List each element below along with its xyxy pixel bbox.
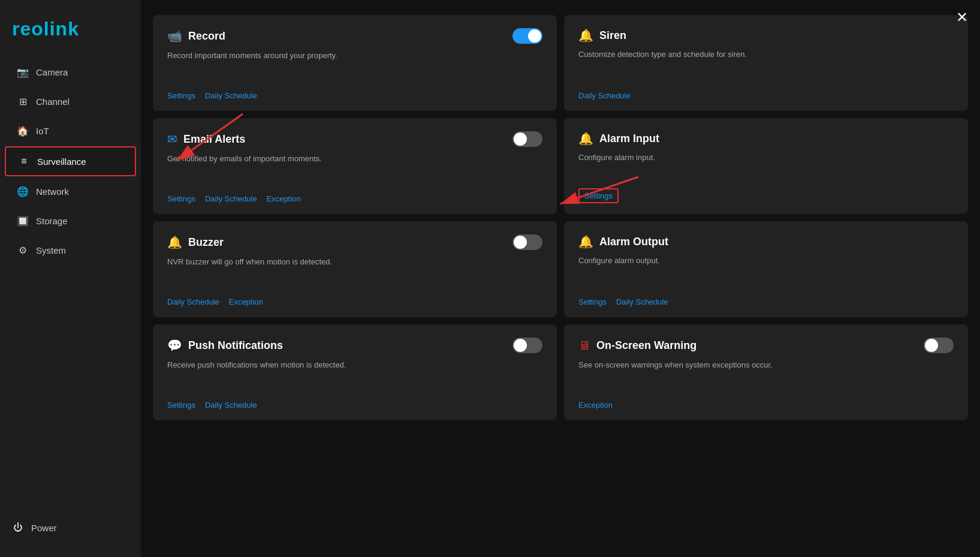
- push-daily-schedule-link[interactable]: Daily Schedule: [205, 401, 257, 410]
- cards-grid: 📹 Record Record important moments around…: [153, 15, 968, 420]
- buzzer-daily-schedule-link[interactable]: Daily Schedule: [167, 297, 219, 306]
- sidebar-item-label: System: [36, 245, 66, 255]
- card-desc: Get notified by emails of important mome…: [167, 153, 542, 185]
- card-email-alerts: ✉ Email Alerts Get notified by emails of…: [153, 118, 557, 214]
- buzzer-exception-link[interactable]: Exception: [229, 297, 263, 306]
- main-content: ✕ 📹 Record Record important moments arou…: [141, 0, 980, 557]
- buzzer-toggle[interactable]: [512, 234, 542, 250]
- buzzer-icon: 🔔: [167, 235, 182, 249]
- card-record: 📹 Record Record important moments around…: [153, 15, 557, 111]
- email-exception-link[interactable]: Exception: [267, 194, 301, 203]
- surveillance-icon: ≡: [18, 156, 30, 167]
- logo: reolink: [0, 12, 141, 58]
- card-title-row: 🔔 Alarm Input: [578, 131, 659, 146]
- email-settings-link[interactable]: Settings: [167, 194, 195, 203]
- on-screen-exception-link[interactable]: Exception: [578, 401, 613, 410]
- card-title-row: 🔔 Alarm Output: [578, 234, 668, 249]
- sidebar-item-label: Storage: [36, 216, 68, 226]
- sidebar-item-label: IoT: [36, 126, 49, 136]
- card-desc: Record important moments around your pro…: [167, 50, 542, 82]
- card-buzzer: 🔔 Buzzer NVR buzzer will go off when mot…: [153, 221, 557, 317]
- sidebar-item-label: Surveillance: [37, 156, 86, 167]
- system-icon: ⚙: [17, 245, 29, 256]
- card-title: Siren: [599, 29, 626, 42]
- record-settings-link[interactable]: Settings: [167, 91, 195, 100]
- sidebar-item-camera[interactable]: 📷 Camera: [5, 58, 136, 86]
- card-links: Settings Daily Schedule: [167, 91, 542, 100]
- alarm-input-settings-link[interactable]: Settings: [578, 188, 619, 203]
- email-icon: ✉: [167, 132, 177, 146]
- card-title-row: 🖥 On-Screen Warning: [578, 339, 696, 353]
- card-desc: Customize detection type and schedule fo…: [578, 49, 954, 82]
- card-header: 🖥 On-Screen Warning: [578, 338, 954, 353]
- card-desc: NVR buzzer will go off when motion is de…: [167, 256, 542, 288]
- card-title-row: 🔔 Siren: [578, 28, 626, 43]
- card-title-row: 💬 Push Notifications: [167, 338, 283, 353]
- sidebar-item-channel[interactable]: ⊞ Channel: [5, 88, 136, 116]
- sidebar-item-network[interactable]: 🌐 Network: [5, 177, 136, 206]
- sidebar-item-label: Camera: [36, 67, 68, 77]
- camera-icon: 📷: [17, 67, 29, 78]
- card-push-notifications: 💬 Push Notifications Receive push notifi…: [153, 324, 557, 420]
- card-header: 💬 Push Notifications: [167, 338, 542, 353]
- push-notifications-toggle[interactable]: [512, 338, 542, 353]
- card-header: 📹 Record: [167, 28, 542, 44]
- network-icon: 🌐: [17, 186, 29, 197]
- card-alarm-input: 🔔 Alarm Input Configure alarm input. Set…: [564, 118, 968, 214]
- alarm-output-settings-link[interactable]: Settings: [578, 297, 607, 306]
- app-logo: reolink: [12, 18, 129, 40]
- card-alarm-output: 🔔 Alarm Output Configure alarm output. S…: [564, 221, 968, 317]
- siren-icon: 🔔: [578, 28, 593, 43]
- alarm-input-icon: 🔔: [578, 131, 593, 146]
- push-settings-link[interactable]: Settings: [167, 401, 195, 410]
- record-icon: 📹: [167, 29, 182, 43]
- card-desc: See on-screen warnings when system excep…: [578, 359, 954, 391]
- card-header: 🔔 Alarm Input: [578, 131, 954, 146]
- card-links: Settings Daily Schedule: [578, 297, 954, 306]
- sidebar: reolink 📷 Camera ⊞ Channel 🏠 IoT ≡ Surve…: [0, 0, 141, 557]
- sidebar-item-iot[interactable]: 🏠 IoT: [5, 117, 136, 145]
- nav-items: 📷 Camera ⊞ Channel 🏠 IoT ≡ Surveillance …: [0, 58, 141, 510]
- card-desc: Configure alarm output.: [578, 255, 954, 288]
- record-toggle[interactable]: [512, 28, 542, 44]
- sidebar-item-label: Channel: [36, 97, 70, 107]
- power-label: Power: [31, 523, 57, 533]
- alarm-output-daily-schedule-link[interactable]: Daily Schedule: [616, 297, 668, 306]
- card-title: Record: [188, 30, 225, 43]
- card-title: Alarm Output: [599, 236, 668, 248]
- card-header: 🔔 Buzzer: [167, 234, 542, 250]
- card-siren: 🔔 Siren Customize detection type and sch…: [564, 15, 968, 111]
- sidebar-item-surveillance[interactable]: ≡ Surveillance: [5, 146, 136, 176]
- card-header: 🔔 Alarm Output: [578, 234, 954, 249]
- card-title: Buzzer: [188, 236, 224, 249]
- card-links: Exception: [578, 401, 954, 410]
- email-daily-schedule-link[interactable]: Daily Schedule: [205, 194, 257, 203]
- storage-icon: 🔲: [17, 215, 29, 227]
- email-alerts-toggle[interactable]: [512, 131, 542, 147]
- card-links: Settings: [578, 188, 954, 203]
- card-title: Push Notifications: [188, 339, 283, 352]
- power-icon: ⏻: [12, 522, 24, 533]
- card-header: 🔔 Siren: [578, 28, 954, 43]
- push-icon: 💬: [167, 338, 182, 353]
- card-title-row: ✉ Email Alerts: [167, 132, 245, 146]
- sidebar-item-label: Network: [36, 186, 69, 197]
- record-daily-schedule-link[interactable]: Daily Schedule: [205, 91, 257, 100]
- card-title-row: 📹 Record: [167, 29, 225, 43]
- channel-icon: ⊞: [17, 96, 29, 107]
- sidebar-item-storage[interactable]: 🔲 Storage: [5, 207, 136, 235]
- power-button[interactable]: ⏻ Power: [12, 522, 129, 533]
- siren-daily-schedule-link[interactable]: Daily Schedule: [578, 91, 631, 100]
- card-on-screen-warning: 🖥 On-Screen Warning See on-screen warnin…: [564, 324, 968, 420]
- card-links: Settings Daily Schedule: [167, 401, 542, 410]
- iot-icon: 🏠: [17, 125, 29, 137]
- sidebar-item-system[interactable]: ⚙ System: [5, 236, 136, 264]
- on-screen-warning-toggle[interactable]: [924, 338, 954, 353]
- card-links: Settings Daily Schedule Exception: [167, 194, 542, 203]
- close-button[interactable]: ✕: [956, 9, 968, 26]
- sidebar-bottom: ⏻ Power: [0, 510, 141, 545]
- card-links: Daily Schedule: [578, 91, 954, 100]
- card-links: Daily Schedule Exception: [167, 297, 542, 306]
- card-header: ✉ Email Alerts: [167, 131, 542, 147]
- card-desc: Configure alarm input.: [578, 152, 954, 179]
